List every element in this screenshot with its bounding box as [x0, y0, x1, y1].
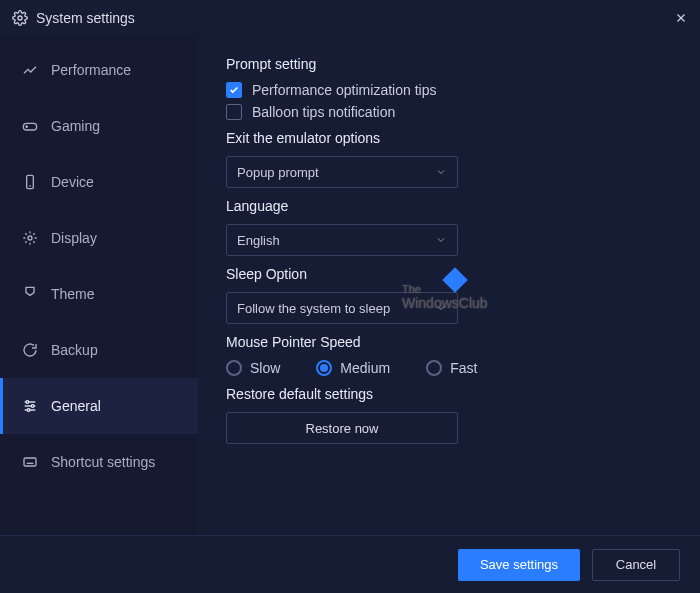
- gaming-icon: [21, 117, 39, 135]
- close-icon[interactable]: [674, 11, 688, 25]
- radio-label: Slow: [250, 360, 280, 376]
- sidebar-item-label: Backup: [51, 342, 98, 358]
- performance-icon: [21, 61, 39, 79]
- sidebar-item-device[interactable]: Device: [0, 154, 198, 210]
- device-icon: [21, 173, 39, 191]
- svg-point-13: [31, 405, 34, 408]
- sleep-heading: Sleep Option: [226, 266, 672, 282]
- restore-now-button[interactable]: Restore now: [226, 412, 458, 444]
- select-value: English: [237, 233, 280, 248]
- checkbox-icon: [226, 82, 242, 98]
- radio-icon: [316, 360, 332, 376]
- exit-options-select[interactable]: Popup prompt: [226, 156, 458, 188]
- general-icon: [21, 397, 39, 415]
- sidebar-item-theme[interactable]: Theme: [0, 266, 198, 322]
- prompt-heading: Prompt setting: [226, 56, 672, 72]
- mouse-speed-medium[interactable]: Medium: [316, 360, 390, 376]
- theme-icon: [21, 285, 39, 303]
- svg-rect-15: [24, 458, 36, 466]
- chevron-down-icon: [435, 166, 447, 178]
- checkbox-label: Performance optimization tips: [252, 82, 436, 98]
- svg-point-14: [27, 409, 30, 412]
- radio-label: Medium: [340, 360, 390, 376]
- svg-rect-6: [27, 175, 34, 188]
- mouse-speed-fast[interactable]: Fast: [426, 360, 477, 376]
- titlebar: System settings: [0, 0, 700, 36]
- sidebar-item-general[interactable]: General: [0, 378, 198, 434]
- backup-icon: [21, 341, 39, 359]
- shortcut-icon: [21, 453, 39, 471]
- settings-window: System settings Performance Gaming Devic…: [0, 0, 700, 593]
- restore-heading: Restore default settings: [226, 386, 672, 402]
- performance-tips-checkbox[interactable]: Performance optimization tips: [226, 82, 672, 98]
- radio-label: Fast: [450, 360, 477, 376]
- sidebar-item-shortcut[interactable]: Shortcut settings: [0, 434, 198, 490]
- display-icon: [21, 229, 39, 247]
- svg-point-8: [28, 236, 32, 240]
- cancel-button[interactable]: Cancel: [592, 549, 680, 581]
- sleep-option-select[interactable]: Follow the system to sleep: [226, 292, 458, 324]
- radio-icon: [226, 360, 242, 376]
- sidebar-item-display[interactable]: Display: [0, 210, 198, 266]
- sidebar-item-label: Performance: [51, 62, 131, 78]
- sidebar-item-label: Device: [51, 174, 94, 190]
- mouse-speed-slow[interactable]: Slow: [226, 360, 280, 376]
- radio-icon: [426, 360, 442, 376]
- language-heading: Language: [226, 198, 672, 214]
- sidebar-item-label: Shortcut settings: [51, 454, 155, 470]
- sidebar-item-label: Display: [51, 230, 97, 246]
- mouse-heading: Mouse Pointer Speed: [226, 334, 672, 350]
- gear-icon: [12, 10, 28, 26]
- sidebar-item-backup[interactable]: Backup: [0, 322, 198, 378]
- select-value: Popup prompt: [237, 165, 319, 180]
- chevron-down-icon: [435, 302, 447, 314]
- save-button[interactable]: Save settings: [458, 549, 580, 581]
- sidebar-item-label: Theme: [51, 286, 95, 302]
- sidebar-item-label: General: [51, 398, 101, 414]
- select-value: Follow the system to sleep: [237, 301, 390, 316]
- content-panel: Prompt setting Performance optimization …: [198, 36, 700, 535]
- svg-point-12: [26, 401, 29, 404]
- window-body: Performance Gaming Device Display Theme …: [0, 36, 700, 535]
- sidebar-item-label: Gaming: [51, 118, 100, 134]
- checkbox-label: Balloon tips notification: [252, 104, 395, 120]
- chevron-down-icon: [435, 234, 447, 246]
- exit-heading: Exit the emulator options: [226, 130, 672, 146]
- window-title: System settings: [36, 10, 674, 26]
- mouse-speed-radio-group: Slow Medium Fast: [226, 360, 672, 376]
- sidebar: Performance Gaming Device Display Theme …: [0, 36, 198, 535]
- balloon-tips-checkbox[interactable]: Balloon tips notification: [226, 104, 672, 120]
- language-select[interactable]: English: [226, 224, 458, 256]
- footer: Save settings Cancel: [0, 535, 700, 593]
- checkbox-icon: [226, 104, 242, 120]
- sidebar-item-performance[interactable]: Performance: [0, 42, 198, 98]
- sidebar-item-gaming[interactable]: Gaming: [0, 98, 198, 154]
- svg-point-0: [18, 16, 22, 20]
